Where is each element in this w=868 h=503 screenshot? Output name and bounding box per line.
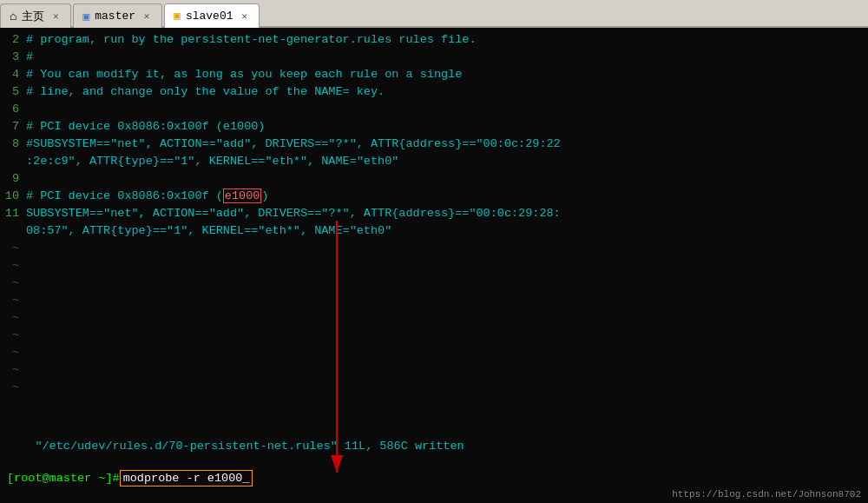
highlight-e1000: e1000 — [223, 189, 262, 203]
terminal-line-4: 4 # You can modify it, as long as you ke… — [0, 66, 868, 83]
line-number-8b — [0, 153, 26, 170]
terminal-line-6: 6 — [0, 101, 868, 118]
line-number-11b — [0, 222, 26, 240]
line-number-6: 6 — [0, 101, 26, 118]
terminal-line-9: 9 — [0, 170, 868, 188]
terminal-line-5: 5 # line, and change only the value of t… — [0, 83, 868, 101]
status-text: "/etc/udev/rules.d/70-persistent-net.rul… — [35, 440, 464, 453]
line-number-10: 10 — [0, 188, 26, 205]
line-content-10: # PCI device 0x8086:0x100f (e1000) — [26, 188, 868, 205]
tab-home[interactable]: 主页 ✕ — [0, 3, 71, 28]
tilde-marker-6: ~ — [0, 327, 26, 344]
line-number-5: 5 — [0, 83, 26, 101]
line-number-4: 4 — [0, 66, 26, 83]
tilde-9: ~ — [0, 379, 868, 396]
tab-home-close[interactable]: ✕ — [49, 10, 62, 23]
tab-bar: 主页 ✕ ▣ master ✕ ▣ slave01 ✕ — [0, 0, 868, 28]
watermark: https://blog.csdn.net/Johnson8702 — [672, 489, 861, 500]
line-number-2: 2 — [0, 31, 26, 49]
terminal-icon-master: ▣ — [82, 10, 89, 23]
tilde-marker-2: ~ — [0, 257, 26, 275]
line-content-2: # program, run by the persistent-net-gen… — [26, 31, 868, 49]
line-number-11a: 11 — [0, 205, 26, 222]
terminal-line-8a: 8 #SUBSYSTEM=="net", ACTION=="add", DRIV… — [0, 136, 868, 153]
terminal-line-10: 10 # PCI device 0x8086:0x100f (e1000) — [0, 188, 868, 205]
tab-master-close[interactable]: ✕ — [141, 10, 153, 23]
tilde-2: ~ — [0, 257, 868, 275]
tab-home-label: 主页 — [22, 9, 44, 24]
terminal-line-11b: 08:57", ATTR{type}=="1", KERNEL=="eth*",… — [0, 222, 868, 240]
tab-slave01[interactable]: ▣ slave01 ✕ — [164, 3, 260, 28]
tilde-4: ~ — [0, 292, 868, 309]
line-content-7: # PCI device 0x8086:0x100f (e1000) — [26, 118, 868, 136]
command-line[interactable]: [root@master ~]# modprobe -r e1000_ — [0, 469, 868, 487]
line-number-7: 7 — [0, 118, 26, 136]
tilde-7: ~ — [0, 344, 868, 361]
line-content-6 — [26, 101, 868, 118]
terminal-line-7: 7 # PCI device 0x8086:0x100f (e1000) — [0, 118, 868, 136]
tilde-1: ~ — [0, 240, 868, 257]
terminal-line-3: 3 # — [0, 49, 868, 66]
tilde-6: ~ — [0, 327, 868, 344]
tab-master-label: master — [95, 10, 135, 23]
tilde-5: ~ — [0, 309, 868, 327]
line-number-8a: 8 — [0, 136, 26, 153]
tilde-3: ~ — [0, 275, 868, 292]
command-input[interactable]: modprobe -r e1000_ — [120, 470, 253, 486]
tilde-8: ~ — [0, 361, 868, 379]
terminal-line-8b: :2e:c9", ATTR{type}=="1", KERNEL=="eth*"… — [0, 153, 868, 170]
tilde-marker-7: ~ — [0, 344, 26, 361]
tilde-marker-4: ~ — [0, 292, 26, 309]
line-content-8a: #SUBSYSTEM=="net", ACTION=="add", DRIVER… — [26, 136, 868, 153]
tab-slave01-label: slave01 — [186, 10, 233, 23]
line-content-8b: :2e:c9", ATTR{type}=="1", KERNEL=="eth*"… — [26, 153, 868, 170]
line-content-9 — [26, 170, 868, 188]
line-content-3: # — [26, 49, 868, 66]
line-content-5: # line, and change only the value of the… — [26, 83, 868, 101]
tilde-marker-3: ~ — [0, 275, 26, 292]
tilde-marker-1: ~ — [0, 240, 26, 257]
terminal-icon-slave01: ▣ — [174, 9, 181, 23]
terminal-line-11a: 11 SUBSYSTEM=="net", ACTION=="add", DRIV… — [0, 205, 868, 222]
line-content-11a: SUBSYSTEM=="net", ACTION=="add", DRIVERS… — [26, 205, 868, 222]
terminal-line-2: 2 # program, run by the persistent-net-g… — [0, 31, 868, 49]
tilde-marker-5: ~ — [0, 309, 26, 327]
line-number-9: 9 — [0, 170, 26, 188]
home-icon — [10, 10, 16, 23]
tilde-marker-9: ~ — [0, 379, 26, 396]
line-number-3: 3 — [0, 49, 26, 66]
tab-master[interactable]: ▣ master ✕ — [73, 3, 162, 28]
line-content-4: # You can modify it, as long as you keep… — [26, 66, 868, 83]
tab-slave01-close[interactable]: ✕ — [238, 10, 250, 22]
tilde-marker-8: ~ — [0, 361, 26, 379]
prompt: [root@master ~]# — [7, 472, 120, 485]
status-line: "/etc/udev/rules.d/70-persistent-net.rul… — [0, 426, 868, 467]
line-content-11b: 08:57", ATTR{type}=="1", KERNEL=="eth*",… — [26, 222, 868, 240]
terminal-area: 2 # program, run by the persistent-net-g… — [0, 28, 868, 503]
